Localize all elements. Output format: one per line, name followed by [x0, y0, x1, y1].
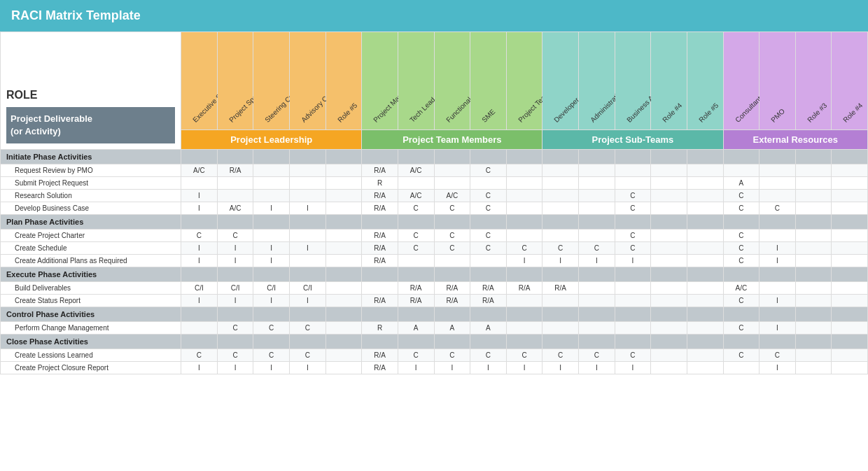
cell: C [434, 202, 470, 215]
main-content: ROLE Project Deliverable(or Activity) Ex… [0, 31, 868, 374]
cell: R [362, 177, 398, 190]
cell [326, 230, 362, 242]
cell [795, 255, 832, 267]
cell: I [760, 322, 796, 335]
cell [832, 282, 868, 295]
activity-label: Project Deliverable(or Activity) [6, 107, 175, 143]
cell [651, 295, 687, 307]
cell: C [290, 349, 326, 362]
cell: C [434, 230, 470, 242]
cell [687, 295, 723, 307]
table-row: Create Lessions Learned CCCC R/ACCCC CCC… [1, 349, 868, 362]
cell [795, 322, 832, 335]
col-steering-committee: Steering Committee [253, 32, 290, 130]
cell: I [181, 362, 218, 374]
cell [181, 322, 218, 335]
activity-label: Build Deliverables [1, 282, 181, 295]
cell: I [217, 255, 253, 267]
cell [687, 190, 723, 202]
cell [795, 242, 832, 255]
cell [795, 190, 832, 202]
cell [506, 202, 542, 215]
cell: C [217, 349, 253, 362]
cell: C/I [217, 282, 253, 295]
col-role3-external: Role #3 [795, 32, 832, 130]
cell: C [542, 242, 579, 255]
cell [398, 255, 434, 267]
cell: I [290, 202, 326, 215]
cell: I [760, 295, 796, 307]
cell [579, 164, 615, 177]
table-row: Create Additional Plans as Required III … [1, 255, 868, 267]
cell [290, 190, 326, 202]
cell: R/A [362, 230, 398, 242]
cell: I [760, 255, 796, 267]
cell: I [290, 362, 326, 374]
cell: C [181, 349, 218, 362]
cell [326, 322, 362, 335]
cell [579, 190, 615, 202]
cell: C/I [290, 282, 326, 295]
cell: I [615, 255, 651, 267]
table-row: Perform Change Management CCC RAAA CI [1, 322, 868, 335]
cell: C [723, 242, 760, 255]
cell [615, 177, 651, 190]
cell: I [253, 295, 290, 307]
cell [253, 190, 290, 202]
cell [326, 349, 362, 362]
cell [651, 362, 687, 374]
table-row: Submit Project Request R A [1, 177, 868, 190]
cell: C [470, 242, 507, 255]
cell: C [398, 349, 434, 362]
cell [651, 322, 687, 335]
cell: I [181, 202, 218, 215]
cell [290, 230, 326, 242]
cell: I [253, 255, 290, 267]
cell: I [253, 362, 290, 374]
cell: R/A [470, 295, 507, 307]
cell: I [217, 295, 253, 307]
table-body: Initiate Phase Activities Request Review… [1, 150, 868, 374]
group-project-sub-teams: Project Sub-Teams [542, 130, 723, 150]
cell [290, 164, 326, 177]
cell [290, 255, 326, 267]
phase-close: Close Phase Activities [1, 335, 868, 349]
cell [253, 164, 290, 177]
cell [795, 362, 832, 374]
cell [542, 164, 579, 177]
cell: I [181, 242, 218, 255]
cell [326, 177, 362, 190]
cell: C [217, 322, 253, 335]
cell: C [470, 164, 507, 177]
cell [651, 349, 687, 362]
cell: C [760, 202, 796, 215]
col-functional-lead: Functional Lead [434, 32, 470, 130]
col-consultant: Consultant [723, 32, 760, 130]
group-project-team-members: Project Team Members [362, 130, 542, 150]
cell [398, 177, 434, 190]
cell: R/A [398, 282, 434, 295]
cell: R/A [362, 202, 398, 215]
cell: A/C [434, 190, 470, 202]
cell [506, 164, 542, 177]
activity-label: Create Additional Plans as Required [1, 255, 181, 267]
cell [760, 164, 796, 177]
cell: C [470, 190, 507, 202]
cell: A/C [398, 190, 434, 202]
cell: R/A [217, 164, 253, 177]
cell [795, 282, 832, 295]
cell [615, 322, 651, 335]
cell: C [615, 190, 651, 202]
table-row: Create Status Report IIII R/AR/AR/AR/A C… [1, 295, 868, 307]
cell [795, 202, 832, 215]
phase-plan: Plan Phase Activities [1, 215, 868, 230]
cell [579, 177, 615, 190]
cell [687, 362, 723, 374]
cell [579, 322, 615, 335]
cell [506, 322, 542, 335]
cell [326, 362, 362, 374]
cell: R/A [362, 349, 398, 362]
cell [579, 230, 615, 242]
cell: C [398, 242, 434, 255]
activity-label: Submit Project Request [1, 177, 181, 190]
